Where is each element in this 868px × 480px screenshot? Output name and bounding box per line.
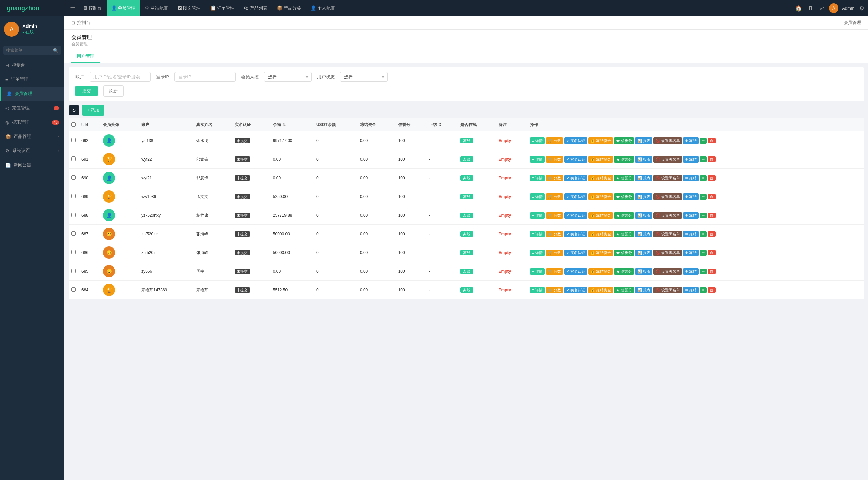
op-btn[interactable]: ❄ 冻结 — [683, 193, 699, 200]
login-ip-input[interactable] — [174, 72, 236, 82]
op-btn[interactable]: 📊 报表 — [635, 231, 652, 237]
nav-members[interactable]: 👤 会员管理 — [107, 0, 141, 16]
row-checkbox[interactable] — [71, 138, 76, 142]
op-btn[interactable]: ✔ 实名认证 — [564, 250, 587, 256]
op-btn[interactable]: ✔ 实名认证 — [564, 231, 587, 237]
op-btn[interactable]: 🚫 设置黑名单 — [653, 212, 682, 219]
row-checkbox[interactable] — [71, 250, 76, 254]
op-btn[interactable]: ★ 信誉分 — [614, 231, 634, 237]
op-btn[interactable]: 📊 报表 — [635, 156, 652, 163]
sidebar-item-dashboard[interactable]: ⊞ 控制台 — [0, 58, 64, 72]
sidebar-item-members[interactable]: 👤 会员管理 — [0, 87, 64, 101]
nav-personal[interactable]: 👤 个人配置 — [306, 0, 340, 16]
op-btn[interactable]: ≡ 详情 — [530, 231, 544, 237]
submit-button[interactable]: 提交 — [75, 86, 98, 96]
op-btn[interactable]: ≡ 详情 — [530, 212, 544, 219]
op-btn[interactable]: 💰 冻结资金 — [588, 212, 613, 219]
op-btn[interactable]: ★ 信誉分 — [614, 175, 634, 181]
op-btn[interactable]: ✏ — [700, 175, 707, 181]
op-btn[interactable]: 🗑 — [708, 231, 716, 237]
op-btn[interactable]: ★ 信誉分 — [614, 137, 634, 144]
op-btn[interactable]: 📊 报表 — [635, 175, 652, 181]
settings-icon[interactable]: ⚙ — [858, 4, 865, 13]
op-btn[interactable]: 🗑 — [708, 269, 716, 274]
member-risk-select[interactable]: 选择 — [264, 72, 312, 82]
op-btn[interactable]: 💰 冻结资金 — [588, 268, 613, 275]
op-btn[interactable]: ✔ 实名认证 — [564, 287, 587, 293]
nav-orders[interactable]: 📋 订单管理 — [206, 0, 240, 16]
op-btn[interactable]: ❄ 冻结 — [683, 137, 699, 144]
refresh-button[interactable]: 刷新 — [103, 85, 124, 97]
nav-products[interactable]: 🛍 产品列表 — [239, 0, 272, 16]
op-btn[interactable]: 🚫 设置黑名单 — [653, 175, 682, 181]
op-btn[interactable]: ★ 信誉分 — [614, 193, 634, 200]
op-btn[interactable]: ✏ — [700, 269, 707, 274]
op-btn[interactable]: ≡ 详情 — [530, 250, 544, 256]
sort-icon[interactable]: ⇅ — [283, 123, 286, 127]
op-btn[interactable]: ≡ 详情 — [530, 137, 544, 144]
op-btn[interactable]: 🗑 — [708, 250, 716, 255]
sidebar-item-orders[interactable]: ≡ 订单管理 — [0, 72, 64, 87]
op-btn[interactable]: ❄ 冻结 — [683, 156, 699, 163]
op-btn[interactable]: ✏ — [700, 156, 707, 162]
op-btn[interactable]: 🚫 设置黑名单 — [653, 231, 682, 237]
op-btn[interactable]: ≡ 详情 — [530, 156, 544, 163]
op-btn[interactable]: 🛒 分数 — [546, 137, 563, 144]
home-icon[interactable]: 🏠 — [794, 4, 804, 13]
op-btn[interactable]: 📊 报表 — [635, 250, 652, 256]
row-checkbox[interactable] — [71, 194, 76, 198]
op-btn[interactable]: 🛒 分数 — [546, 231, 563, 237]
op-btn[interactable]: 🛒 分数 — [546, 193, 563, 200]
op-btn[interactable]: 🚫 设置黑名单 — [653, 137, 682, 144]
op-btn[interactable]: ✏ — [700, 250, 707, 256]
op-btn[interactable]: 🚫 设置黑名单 — [653, 268, 682, 275]
op-btn[interactable]: ✏ — [700, 213, 707, 218]
op-btn[interactable]: 🗑 — [708, 287, 716, 293]
op-btn[interactable]: 📊 报表 — [635, 193, 652, 200]
op-btn[interactable]: 🚫 设置黑名单 — [653, 156, 682, 163]
op-btn[interactable]: 🛒 分数 — [546, 212, 563, 219]
op-btn[interactable]: 🛒 分数 — [546, 250, 563, 256]
nav-content[interactable]: 🖼 图文管理 — [173, 0, 206, 16]
op-btn[interactable]: 🗑 — [708, 138, 716, 143]
op-btn[interactable]: ❄ 冻结 — [683, 268, 699, 275]
op-btn[interactable]: 💰 冻结资金 — [588, 287, 613, 293]
op-btn[interactable]: ❄ 冻结 — [683, 250, 699, 256]
op-btn[interactable]: 🛒 分数 — [546, 287, 563, 293]
tab-user-management[interactable]: 用户管理 — [71, 51, 100, 63]
op-btn[interactable]: 🗑 — [708, 175, 716, 181]
account-search-input[interactable] — [90, 72, 151, 82]
op-btn[interactable]: ★ 信誉分 — [614, 250, 634, 256]
row-checkbox[interactable] — [71, 175, 76, 180]
op-btn[interactable]: 📊 报表 — [635, 212, 652, 219]
trash-icon[interactable]: 🗑 — [807, 4, 815, 13]
op-btn[interactable]: 💰 冻结资金 — [588, 231, 613, 237]
op-btn[interactable]: ≡ 详情 — [530, 193, 544, 200]
op-btn[interactable]: ✏ — [700, 231, 707, 237]
add-member-button[interactable]: + 添加 — [82, 105, 104, 116]
row-checkbox[interactable] — [71, 269, 76, 273]
row-checkbox[interactable] — [71, 231, 76, 236]
row-checkbox[interactable] — [71, 287, 76, 292]
fullscreen-icon[interactable]: ⤢ — [818, 4, 826, 13]
op-btn[interactable]: 💰 冻结资金 — [588, 250, 613, 256]
sidebar-search-input[interactable] — [3, 46, 61, 55]
op-btn[interactable]: 💰 冻结资金 — [588, 156, 613, 163]
sidebar-item-withdraw[interactable]: ◎ 提现管理 45 — [0, 115, 64, 129]
op-btn[interactable]: ❄ 冻结 — [683, 231, 699, 237]
op-btn[interactable]: 🛒 分数 — [546, 268, 563, 275]
op-btn[interactable]: ✏ — [700, 194, 707, 200]
row-checkbox[interactable] — [71, 156, 76, 161]
sidebar-item-settings[interactable]: ⚙ 系统设置 › — [0, 144, 64, 158]
op-btn[interactable]: ❄ 冻结 — [683, 212, 699, 219]
sidebar-item-news[interactable]: 📄 新闻公告 — [0, 158, 64, 172]
op-btn[interactable]: 🛒 分数 — [546, 156, 563, 163]
op-btn[interactable]: ≡ 详情 — [530, 175, 544, 181]
op-btn[interactable]: ✏ — [700, 287, 707, 293]
op-btn[interactable]: ★ 信誉分 — [614, 287, 634, 293]
sidebar-item-recharge[interactable]: ◎ 充值管理 0 — [0, 101, 64, 115]
op-btn[interactable]: ✔ 实名认证 — [564, 193, 587, 200]
op-btn[interactable]: 🗑 — [708, 213, 716, 218]
op-btn[interactable]: 💰 冻结资金 — [588, 193, 613, 200]
row-checkbox[interactable] — [71, 213, 76, 217]
